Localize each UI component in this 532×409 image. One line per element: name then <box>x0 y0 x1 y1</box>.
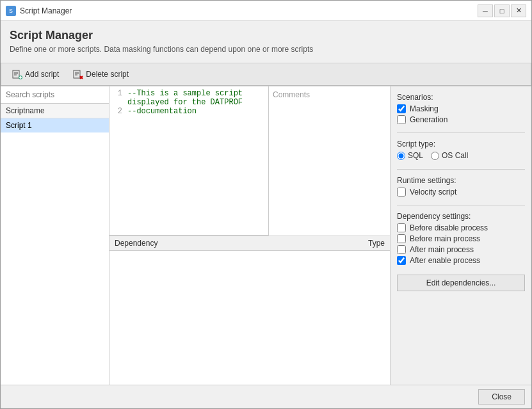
oscall-label: OS Call <box>442 151 468 160</box>
code-editor[interactable]: 1 --This is a sample script displayed fo… <box>109 86 268 236</box>
scenarios-label: Scenarios: <box>397 93 525 102</box>
svg-rect-7 <box>74 70 80 78</box>
before-disable-label: Before disable process <box>410 223 488 232</box>
sql-option: SQL <box>397 151 423 160</box>
list-item[interactable]: Script 1 <box>1 118 109 132</box>
code-line-1: 1 --This is a sample script displayed fo… <box>112 89 266 107</box>
delete-script-icon <box>73 69 83 79</box>
script-type-label: Script type: <box>397 140 525 148</box>
script-list-header: Scriptname <box>1 104 109 118</box>
after-enable-checkbox[interactable] <box>397 256 406 265</box>
script-type-section: Script type: SQL OS Call <box>397 140 525 163</box>
dependency-settings-label: Dependency settings: <box>397 212 525 221</box>
code-and-comments: 1 --This is a sample script displayed fo… <box>109 86 390 236</box>
generation-row: Generation <box>397 115 525 124</box>
dependency-header: Dependency Type <box>109 236 390 251</box>
add-script-label: Add script <box>25 70 59 79</box>
velocity-row: Velocity script <box>397 188 525 196</box>
line-number-2: 2 <box>112 107 122 116</box>
velocity-label: Velocity script <box>410 188 456 196</box>
generation-label: Generation <box>410 115 447 124</box>
right-panel: Scenarios: Masking Generation Script typ… <box>391 86 531 385</box>
svg-rect-0 <box>13 70 19 78</box>
title-bar-controls: ─ □ ✕ <box>478 4 526 17</box>
search-input[interactable] <box>1 86 109 104</box>
script-manager-window: S Script Manager ─ □ ✕ Script Manager De… <box>0 0 532 409</box>
add-script-button[interactable]: Add script <box>6 67 65 82</box>
after-enable-label: After enable process <box>410 256 480 265</box>
close-window-button[interactable]: ✕ <box>511 4 526 17</box>
velocity-checkbox[interactable] <box>397 188 406 196</box>
masking-row: Masking <box>397 104 525 113</box>
masking-label: Masking <box>410 104 439 113</box>
dep-col-type: Type <box>346 239 385 248</box>
content-header: Script Manager Define one or more script… <box>1 21 531 63</box>
line-number-1: 1 <box>112 89 122 107</box>
maximize-button[interactable]: □ <box>494 4 510 17</box>
scenarios-section: Scenarios: Masking Generation <box>397 93 525 126</box>
divider-3 <box>397 205 525 205</box>
sql-label: SQL <box>408 151 423 160</box>
before-main-row: Before main process <box>397 234 525 243</box>
dep-col-name: Dependency <box>115 239 346 248</box>
dependency-area: Dependency Type <box>109 236 390 385</box>
title-bar: S Script Manager ─ □ ✕ <box>1 1 531 21</box>
line-code-2: --documentation <box>127 107 197 116</box>
minimize-button[interactable]: ─ <box>478 4 493 17</box>
runtime-label: Runtime settings: <box>397 176 525 185</box>
divider-2 <box>397 169 525 170</box>
window-title: Script Manager <box>20 6 72 15</box>
close-button[interactable]: Close <box>478 389 525 405</box>
page-description: Define one or more scripts. Data masking… <box>10 45 522 54</box>
runtime-section: Runtime settings: Velocity script <box>397 176 525 198</box>
comments-placeholder: Comments <box>273 90 310 99</box>
comments-area[interactable]: Comments <box>268 86 390 236</box>
before-main-label: Before main process <box>410 234 480 243</box>
after-enable-row: After enable process <box>397 256 525 265</box>
before-disable-row: Before disable process <box>397 223 525 232</box>
window-icon: S <box>6 6 16 16</box>
toolbar: Add script Delete script <box>1 63 531 86</box>
edit-dependencies-button[interactable]: Edit dependencies... <box>397 275 525 291</box>
dependency-settings-section: Dependency settings: Before disable proc… <box>397 212 525 267</box>
after-main-row: After main process <box>397 245 525 254</box>
footer: Close <box>1 385 531 408</box>
add-script-icon <box>12 69 22 79</box>
page-title: Script Manager <box>10 29 522 42</box>
delete-script-label: Delete script <box>86 70 129 79</box>
before-disable-checkbox[interactable] <box>397 223 406 232</box>
before-main-checkbox[interactable] <box>397 234 406 243</box>
title-bar-left: S Script Manager <box>6 6 72 16</box>
generation-checkbox[interactable] <box>397 115 406 124</box>
oscall-option: OS Call <box>431 151 468 160</box>
divider-1 <box>397 132 525 133</box>
delete-script-button[interactable]: Delete script <box>67 67 134 82</box>
after-main-label: After main process <box>410 245 474 254</box>
center-panel: 1 --This is a sample script displayed fo… <box>109 86 391 385</box>
script-type-row: SQL OS Call <box>397 151 525 160</box>
script-list: Scriptname Script 1 <box>1 104 109 385</box>
after-main-checkbox[interactable] <box>397 245 406 254</box>
code-line-2: 2 --documentation <box>112 107 266 116</box>
main-area: Scriptname Script 1 1 --This is a sample… <box>1 86 531 385</box>
oscall-radio[interactable] <box>431 152 439 160</box>
line-code-1: --This is a sample script displayed for … <box>127 89 266 107</box>
left-panel: Scriptname Script 1 <box>1 86 109 385</box>
masking-checkbox[interactable] <box>397 104 406 113</box>
sql-radio[interactable] <box>397 152 405 160</box>
